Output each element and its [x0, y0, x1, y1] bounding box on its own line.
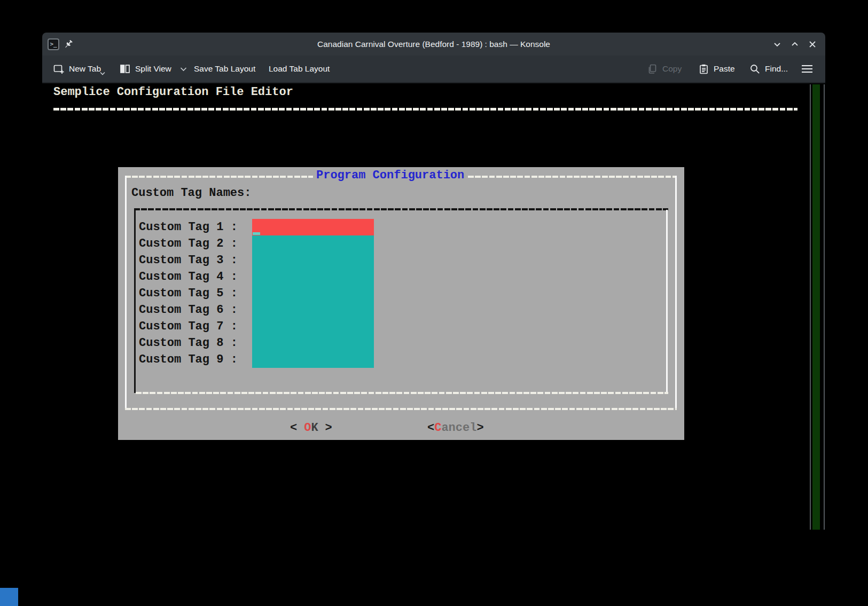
dialog-border-right	[675, 176, 677, 410]
save-tab-layout-button[interactable]: Save Tab Layout	[194, 56, 255, 82]
tag-field-row: Custom Tag 8 :	[139, 335, 652, 351]
new-tab-label: New Tab	[69, 64, 101, 74]
copy-button[interactable]: Copy	[647, 56, 682, 82]
tag-input[interactable]	[252, 335, 374, 351]
tag-field-label: Custom Tag 2 :	[139, 237, 252, 250]
tag-field-row: Custom Tag 1 :	[139, 219, 652, 235]
hamburger-icon	[801, 64, 814, 74]
find-button[interactable]: Find...	[749, 56, 788, 82]
paste-icon	[698, 64, 709, 75]
tag-field-row: Custom Tag 9 :	[139, 351, 652, 368]
tag-input[interactable]	[252, 351, 374, 368]
scrollbar-thumb[interactable]	[812, 84, 820, 530]
konsole-window: >_ Canadian Carnival Overture (Bedford -…	[42, 33, 825, 533]
dialog-border-top-right	[468, 176, 677, 178]
split-view-label: Split View	[135, 64, 171, 74]
load-tab-layout-button[interactable]: Load Tab Layout	[269, 56, 330, 82]
tag-field-label: Custom Tag 4 :	[139, 270, 252, 284]
tag-input-focused[interactable]	[252, 219, 374, 235]
dialog-border-top-left	[125, 176, 313, 178]
form-box-border-right	[666, 210, 668, 392]
tag-input[interactable]	[252, 252, 374, 269]
dialog-title: Program Configuration	[316, 169, 464, 182]
panel-corner-icon[interactable]	[0, 588, 18, 606]
copy-label: Copy	[662, 64, 682, 74]
split-view-chevron-icon	[180, 67, 187, 72]
copy-icon	[647, 64, 658, 75]
minimize-button[interactable]	[772, 39, 783, 50]
new-tab-dropdown-icon[interactable]	[100, 72, 105, 75]
tag-field-label: Custom Tag 3 :	[139, 254, 252, 267]
find-label: Find...	[765, 64, 788, 74]
tag-input[interactable]	[252, 302, 374, 318]
custom-tag-names-label: Custom Tag Names:	[131, 186, 251, 200]
titlebar[interactable]: >_ Canadian Carnival Overture (Bedford -…	[42, 33, 825, 56]
tag-field-row: Custom Tag 7 :	[139, 318, 652, 335]
program-configuration-dialog: Program Configuration Custom Tag Names: …	[118, 167, 684, 440]
tag-field-row: Custom Tag 2 :	[139, 235, 652, 252]
tag-field-label: Custom Tag 6 :	[139, 303, 252, 317]
tag-field-row: Custom Tag 5 :	[139, 285, 652, 302]
scrollbar-track-right-edge	[824, 84, 825, 530]
tag-field-label: Custom Tag 5 :	[139, 287, 252, 300]
paste-label: Paste	[714, 64, 735, 74]
desktop: >_ Canadian Carnival Overture (Bedford -…	[0, 0, 868, 606]
tag-field-label: Custom Tag 1 :	[139, 221, 252, 234]
new-tab-button[interactable]: New Tab	[53, 56, 101, 82]
form-box-border-top	[134, 208, 668, 210]
load-tab-layout-label: Load Tab Layout	[269, 64, 330, 74]
new-tab-icon	[53, 63, 65, 75]
text-cursor	[253, 232, 260, 235]
terminal-heading: Semplice Configuration File Editor	[53, 85, 293, 99]
dialog-button-separator	[125, 408, 677, 410]
form-box-border-left	[134, 208, 136, 393]
cancel-button[interactable]: <Cancel>	[427, 421, 484, 435]
hamburger-menu-button[interactable]	[801, 56, 814, 82]
window-title: Canadian Carnival Overture (Bedford - 19…	[42, 33, 825, 56]
ok-button[interactable]: <OK>	[290, 421, 332, 435]
tag-field-label: Custom Tag 8 :	[139, 336, 252, 350]
tag-field-row: Custom Tag 4 :	[139, 269, 652, 285]
tag-input[interactable]	[252, 235, 374, 252]
search-icon	[749, 64, 761, 75]
save-tab-layout-label: Save Tab Layout	[194, 64, 255, 74]
form-box-border-bottom	[136, 392, 668, 394]
paste-button[interactable]: Paste	[698, 56, 735, 82]
scrollbar-track-left-edge	[810, 84, 811, 530]
tag-field-row: Custom Tag 3 :	[139, 252, 652, 269]
tag-input[interactable]	[252, 285, 374, 302]
terminal-rule-line	[53, 108, 797, 111]
split-view-button[interactable]: Split View	[119, 56, 187, 82]
tag-fields-list: Custom Tag 1 :Custom Tag 2 :Custom Tag 3…	[139, 219, 652, 368]
tag-input[interactable]	[252, 269, 374, 285]
close-button[interactable]	[807, 39, 818, 50]
tag-field-label: Custom Tag 9 :	[139, 353, 252, 366]
tag-field-label: Custom Tag 7 :	[139, 320, 252, 333]
toolbar: New Tab Split View	[42, 56, 825, 83]
split-view-icon	[119, 63, 131, 75]
dialog-border-left	[125, 176, 127, 410]
tag-input[interactable]	[252, 318, 374, 335]
maximize-button[interactable]	[789, 39, 800, 50]
tag-field-row: Custom Tag 6 :	[139, 302, 652, 318]
